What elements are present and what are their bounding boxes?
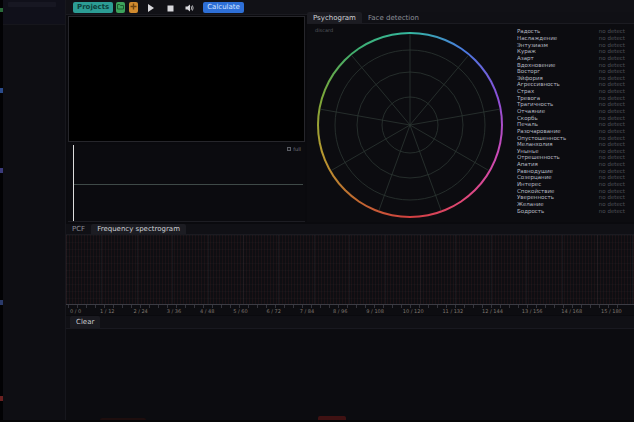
emotion-name: Меланхолия <box>517 141 553 147</box>
time-axis-label: 2 / 24 <box>133 308 147 314</box>
emotion-value: no detect <box>599 108 625 114</box>
tab-psychogram[interactable]: Psychogram <box>307 12 362 23</box>
emotion-value: no detect <box>599 101 625 107</box>
calculate-button[interactable]: Calculate <box>203 2 244 13</box>
emotion-value: no detect <box>599 154 625 160</box>
sidebar-panel <box>3 0 66 422</box>
emotion-name: Равнодушие <box>517 168 553 174</box>
psychogram-grid <box>317 32 503 218</box>
mute-button[interactable] <box>183 1 195 13</box>
emotion-name: Печаль <box>517 121 538 127</box>
emotion-value: no detect <box>599 88 625 94</box>
folder-icon <box>117 3 124 12</box>
emotion-row: Апатия no detect <box>517 161 625 168</box>
stop-icon <box>167 0 174 15</box>
emotion-value: no detect <box>599 35 625 41</box>
emotion-row: Печаль no detect <box>517 121 625 128</box>
sidebar-header <box>3 0 65 25</box>
emotion-value: no detect <box>599 174 625 180</box>
add-button[interactable] <box>129 2 138 13</box>
time-axis-label: 8 / 96 <box>333 308 347 314</box>
plus-icon <box>130 3 137 12</box>
time-axis-label: 3 / 36 <box>167 308 181 314</box>
emotion-name: Желание <box>517 201 544 207</box>
emotion-value: no detect <box>599 135 625 141</box>
waveform-baseline <box>74 184 303 185</box>
analysis-tabbar: Psychogram Face detection <box>307 12 634 24</box>
tab-frequency-spectrogram[interactable]: Frequency spectrogram <box>91 224 186 234</box>
emotion-row: Тревога no detect <box>517 94 625 101</box>
emotion-row: Отрешенность no detect <box>517 154 625 161</box>
emotion-row: Скорбь no detect <box>517 114 625 121</box>
waveform-full-checkbox[interactable]: full <box>287 146 301 152</box>
play-button[interactable] <box>145 1 157 13</box>
emotion-row: Энтузиазм no detect <box>517 41 625 48</box>
emotion-name: Энтузиазм <box>517 42 548 48</box>
tab-pcf[interactable]: PCF <box>66 224 91 234</box>
time-axis-label: 5 / 60 <box>233 308 247 314</box>
emotion-row: Вдохновение no detect <box>517 61 625 68</box>
emotion-value: no detect <box>599 55 625 61</box>
emotion-value: no detect <box>599 75 625 81</box>
waveform-playhead[interactable] <box>73 145 74 221</box>
projects-button[interactable]: Projects <box>73 2 113 13</box>
emotion-row: Меланхолия no detect <box>517 141 625 148</box>
emotion-name: Уверенность <box>517 194 554 200</box>
emotion-name: Восторг <box>517 68 540 74</box>
emotion-name: Интерес <box>517 181 541 187</box>
emotion-row: Интерес no detect <box>517 181 625 188</box>
emotion-row: Наслаждение no detect <box>517 35 625 42</box>
emotion-name: Бодрость <box>517 208 544 214</box>
analysis-panel: Psychogram Face detection discard Радост… <box>307 12 634 222</box>
emotion-row: Равнодушие no detect <box>517 167 625 174</box>
time-axis-label: 1 / 12 <box>100 308 114 314</box>
emotion-row: Спокойствие no detect <box>517 187 625 194</box>
emotion-row: Агрессивность no detect <box>517 81 625 88</box>
emotion-row: Трагичность no detect <box>517 101 625 108</box>
emotion-name: Разочарование <box>517 128 561 134</box>
emotion-row: Опустошенность no detect <box>517 134 625 141</box>
video-preview <box>68 16 305 142</box>
emotion-name: Унынье <box>517 148 539 154</box>
emotion-value: no detect <box>599 48 625 54</box>
emotion-value: no detect <box>599 201 625 207</box>
emotion-name: Скорбь <box>517 115 538 121</box>
emotion-name: Азарт <box>517 55 534 61</box>
emotion-name: Наслаждение <box>517 35 557 41</box>
emotion-name: Спокойствие <box>517 188 555 194</box>
emotion-name: Вдохновение <box>517 62 555 68</box>
emotion-value: no detect <box>599 115 625 121</box>
emotion-row: Эйфория no detect <box>517 74 625 81</box>
emotion-value: no detect <box>599 141 625 147</box>
time-axis-label: 12 / 144 <box>482 308 503 314</box>
emotion-value: no detect <box>599 95 625 101</box>
waveform-panel[interactable]: full <box>68 145 305 222</box>
emotion-list: Радость no detect Наслаждение no detect … <box>517 28 625 214</box>
emotion-value: no detect <box>599 42 625 48</box>
emotion-value: no detect <box>599 28 625 34</box>
emotion-value: no detect <box>599 194 625 200</box>
emotion-value: no detect <box>599 68 625 74</box>
time-axis-label: 7 / 84 <box>300 308 314 314</box>
clear-button[interactable]: Clear <box>70 316 100 328</box>
tab-face-detection[interactable]: Face detection <box>362 12 425 23</box>
emotion-name: Агрессивность <box>517 81 560 87</box>
emotion-name: Опустошенность <box>517 135 566 141</box>
spectrogram-section: PCF Frequency spectrogram 0 / 01 / 122 /… <box>66 224 634 315</box>
emotion-name: Трагичность <box>517 101 553 107</box>
time-axis-label: 9 / 108 <box>366 308 384 314</box>
spectrogram-tabbar: PCF Frequency spectrogram <box>66 224 634 235</box>
spectrogram-display <box>66 235 634 305</box>
emotion-row: Унынье no detect <box>517 148 625 155</box>
emotion-value: no detect <box>599 188 625 194</box>
emotion-value: no detect <box>599 128 625 134</box>
emotion-value: no detect <box>599 161 625 167</box>
emotion-name: Радость <box>517 28 540 34</box>
stop-button[interactable] <box>164 1 176 13</box>
emotion-name: Созерцание <box>517 174 552 180</box>
emotion-row: Отчаяние no detect <box>517 108 625 115</box>
open-project-button[interactable] <box>116 2 125 13</box>
emotion-row: Уверенность no detect <box>517 194 625 201</box>
emotion-value: no detect <box>599 62 625 68</box>
emotion-name: Отчаяние <box>517 108 545 114</box>
